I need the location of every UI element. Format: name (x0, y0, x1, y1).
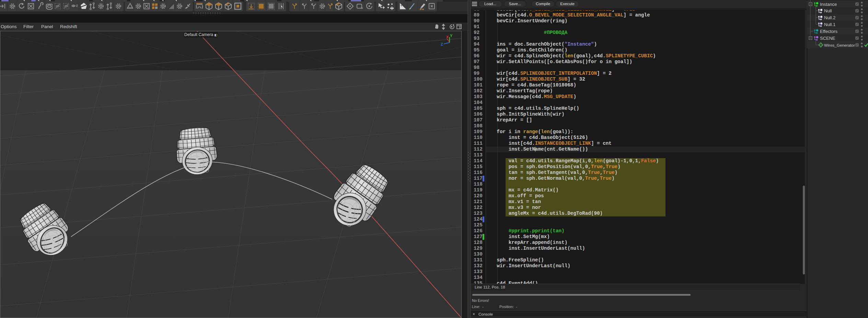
svg-text:Instance: Instance (820, 2, 837, 7)
svg-text:Null.2: Null.2 (824, 15, 835, 20)
svg-text:Z: Z (441, 42, 443, 46)
svg-text:Effectors: Effectors (820, 29, 838, 34)
svg-text:Wires_Generator: Wires_Generator (824, 43, 855, 48)
svg-text:Null: Null (824, 8, 832, 13)
svg-text:X: X (446, 35, 449, 39)
svg-text:Null.1: Null.1 (824, 22, 835, 27)
svg-text:SCENE: SCENE (820, 36, 835, 41)
svg-text:Y: Y (450, 34, 453, 38)
